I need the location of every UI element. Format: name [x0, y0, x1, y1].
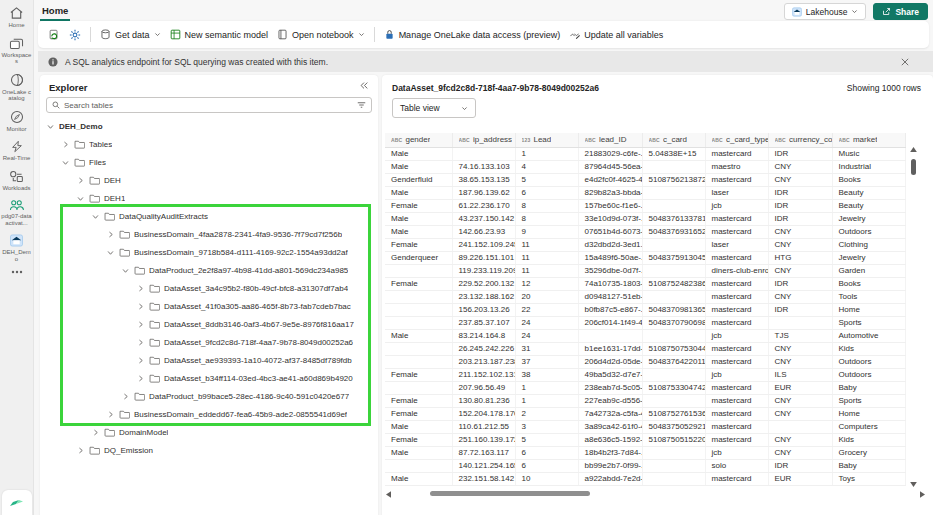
chevron-right-icon[interactable] [106, 411, 115, 418]
sidebar-item-onelake-catalog[interactable]: OneLake catalog [0, 67, 33, 104]
update-all-variables-button[interactable]: Update all variables [569, 29, 663, 40]
column-header[interactable]: ABCgender [385, 133, 452, 147]
table-cell: 6 [515, 446, 578, 459]
scroll-up-arrow[interactable] [910, 147, 917, 152]
table-row: Male187.96.139.626829b82a3-bbda-...laser… [385, 186, 905, 199]
collapse-pane-button[interactable] [359, 81, 369, 90]
horizontal-scrollbar[interactable] [386, 490, 925, 498]
sidebar-item-home[interactable]: Home [0, 0, 33, 31]
tree-item[interactable]: DataAsset_9fcd2c8d-718f-4aa7-9b78-8049d0… [40, 333, 378, 351]
table-cell: 207.96.56.49 [452, 381, 515, 394]
chevron-right-icon[interactable] [136, 375, 145, 382]
table-cell: 18b4b2f3-7d84-... [578, 446, 642, 459]
sidebar-item-pdg07-dataactivat[interactable]: pdg07-dataactivat... [0, 193, 33, 228]
table-cell: IDR [768, 199, 832, 212]
chevron-right-icon[interactable] [121, 393, 130, 400]
settings-button[interactable] [69, 29, 81, 41]
tree-item[interactable]: DataQualityAuditExtracts [40, 207, 378, 225]
horizontal-scroll-thumb[interactable] [430, 491, 590, 496]
chevron-down-icon[interactable] [121, 267, 130, 274]
refresh-button[interactable] [48, 29, 60, 41]
table-cell: 227eab9c-d556-... [578, 394, 642, 407]
tab-home[interactable]: Home [40, 3, 70, 21]
chevron-right-icon[interactable] [136, 321, 145, 328]
column-header[interactable]: ABClead_ID [578, 133, 642, 147]
tree-item[interactable]: BusinessDomain_9718b584-d111-4169-92c2-1… [40, 243, 378, 261]
view-selector-dropdown[interactable]: Table view [392, 98, 476, 118]
sidebar-item-workloads[interactable]: Workloads [0, 164, 33, 194]
table-cell: ILS [768, 368, 832, 381]
chevron-down-icon[interactable] [91, 213, 100, 220]
tree-item[interactable]: DataProduct_2e2f8a97-4b98-41dd-a801-569d… [40, 261, 378, 279]
sidebar-item-real-time[interactable]: Real-Time [0, 134, 33, 164]
tree-item[interactable]: DataAsset_ae939393-1a10-4072-af37-8485df… [40, 351, 378, 369]
share-button[interactable]: Share [873, 3, 928, 20]
scroll-right-arrow[interactable] [920, 491, 925, 498]
chevron-right-icon[interactable] [61, 141, 70, 148]
column-header[interactable]: ABCmarket [832, 133, 905, 147]
column-header[interactable]: ABCcurrency_co... [768, 133, 832, 147]
table-cell: 8 [515, 212, 578, 225]
chevron-right-icon[interactable] [106, 231, 115, 238]
table-cell [642, 160, 705, 173]
sidebar-item-more[interactable] [0, 264, 33, 276]
chevron-down-icon[interactable] [76, 195, 85, 202]
tree-item[interactable]: DQ_Emission [40, 441, 378, 459]
sidebar-item-workspaces[interactable]: Workspaces [0, 31, 33, 67]
chevron-right-icon[interactable] [136, 303, 145, 310]
tree-item[interactable]: BusinessDomain_4faa2878-2341-4fa9-9536-7… [40, 225, 378, 243]
scroll-down-arrow[interactable] [910, 482, 917, 487]
table-cell: CNY [768, 290, 832, 303]
vertical-scroll-thumb[interactable] [911, 159, 916, 175]
column-header-label: ip_address [473, 135, 512, 144]
new-semantic-model-button[interactable]: New semantic model [170, 29, 269, 40]
chevron-right-icon[interactable] [76, 447, 85, 454]
more-icon [11, 270, 23, 274]
table-cell: 5108750753044... [642, 342, 705, 355]
tree-item[interactable]: Tables [40, 135, 378, 153]
filter-icon[interactable] [357, 101, 366, 109]
chevron-down-icon[interactable] [106, 249, 115, 256]
tree-item[interactable]: DataAsset_3a4c95b2-f80b-49cf-bfc8-a31307… [40, 279, 378, 297]
table-cell: 5048370981365... [642, 303, 705, 316]
get-data-button[interactable]: Get data [100, 29, 161, 40]
folder-icon [134, 265, 145, 275]
tree-item[interactable]: DataProduct_b99bace5-28ec-4186-9c40-591c… [40, 387, 378, 405]
search-input[interactable] [64, 101, 353, 110]
tree-item[interactable]: DEH1 [40, 189, 378, 207]
table-cell: Female [385, 368, 452, 381]
chevron-right-icon[interactable] [136, 285, 145, 292]
item-type-dropdown[interactable]: Lakehouse [784, 3, 867, 20]
tree-item[interactable]: DataAsset_b34ff114-03ed-4bc3-ae41-a60d86… [40, 369, 378, 387]
manage-onelake-access-button[interactable]: Manage OneLake data access (preview) [384, 29, 561, 40]
chevron-down-icon[interactable] [46, 123, 55, 130]
lakehouse-icon [792, 7, 802, 17]
tree-item[interactable]: Files [40, 153, 378, 171]
column-header[interactable]: ABCc_card [642, 133, 705, 147]
column-header[interactable]: 123Lead [515, 133, 578, 147]
tree-item[interactable]: DataAsset_8ddb3146-0af3-4b67-9e5e-8976f8… [40, 315, 378, 333]
tree-item[interactable]: DEH_Demo [40, 117, 378, 135]
table-cell: laser [705, 238, 768, 251]
sidebar-item-monitor[interactable]: Monitor [0, 104, 33, 135]
tree-item[interactable]: DataAsset_41f0a305-aa86-465f-8b73-fab7cd… [40, 297, 378, 315]
chevron-down-icon[interactable] [61, 159, 70, 166]
chevron-right-icon[interactable] [76, 177, 85, 184]
vertical-scrollbar[interactable] [909, 147, 919, 487]
table-cell: EUR [768, 472, 832, 485]
tree-item[interactable]: DEH [40, 171, 378, 189]
chevron-right-icon[interactable] [136, 339, 145, 346]
chevron-right-icon[interactable] [136, 357, 145, 364]
fabric-logo[interactable] [2, 490, 32, 515]
column-header[interactable]: ABCip_address [452, 133, 515, 147]
column-header[interactable]: ABCc_card_type [705, 133, 768, 147]
tree-item[interactable]: BusinessDomain_eddedd67-fea6-45b9-ade2-0… [40, 405, 378, 423]
scroll-left-arrow[interactable] [386, 491, 391, 498]
banner-close-button[interactable] [901, 58, 909, 66]
open-notebook-button[interactable]: Open notebook [277, 29, 365, 40]
tree-item-label: DataProduct_b99bace5-28ec-4186-9c40-591c… [149, 392, 349, 401]
sidebar-item-deh-demo[interactable]: DEH_Demo [0, 228, 33, 264]
tree-item[interactable]: DomainModel [40, 423, 378, 441]
chevron-right-icon[interactable] [91, 429, 100, 436]
table-cell: CNY [768, 225, 832, 238]
